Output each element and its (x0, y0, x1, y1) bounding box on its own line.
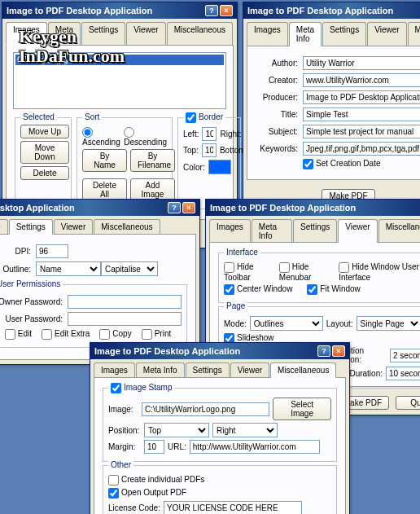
tab-viewer[interactable]: Viewer (230, 362, 269, 378)
titlebar: Image to PDF Desktop Application ? × (90, 343, 349, 359)
radio-ascending[interactable]: Ascending (82, 127, 120, 147)
image-listbox[interactable]: C:\Image1.jpg (13, 52, 226, 109)
by-filename-button[interactable]: By Filename (130, 149, 175, 172)
position1-select[interactable]: Top (144, 423, 209, 437)
user-password-input[interactable] (68, 312, 182, 326)
left-input[interactable] (202, 127, 217, 141)
close-icon[interactable]: × (332, 345, 345, 357)
license-input[interactable] (164, 501, 302, 514)
tab-misc[interactable]: Miscellaneous (408, 22, 420, 46)
tab-images[interactable]: Images (247, 22, 288, 46)
set-date-checkbox[interactable]: Set Creation Date (303, 159, 381, 169)
hide-menubar-checkbox[interactable]: Hide Menubar (279, 262, 330, 282)
close-icon[interactable]: × (220, 5, 233, 16)
label-image: Image: (108, 405, 138, 414)
window-title: Image to PDF Desktop Application (7, 6, 152, 15)
hide-winui-checkbox[interactable]: Hide Window User Interface (339, 262, 420, 282)
create-individual-checkbox[interactable]: Create individual PDFs (108, 475, 204, 485)
tab-misc[interactable]: Miscellaneous (270, 362, 336, 378)
transdur-input[interactable] (390, 349, 420, 362)
border-checkbox[interactable] (186, 112, 196, 123)
producer-input[interactable] (303, 90, 420, 104)
editextra-checkbox[interactable]: Edit Extra (42, 329, 90, 340)
mode-select[interactable]: Outlines (250, 316, 323, 331)
tab-misc[interactable]: Miscellaneous (378, 219, 420, 243)
label-userpw: User Password: (0, 314, 68, 323)
by-name-button[interactable]: By Name (82, 149, 127, 172)
tab-settings[interactable]: Settings (186, 362, 230, 378)
keywords-input[interactable] (303, 142, 420, 156)
tab-settings[interactable]: Settings (322, 22, 366, 46)
groupbox-page: Page (224, 301, 247, 310)
move-down-button[interactable]: Move Down (20, 141, 69, 164)
fit-window-checkbox[interactable]: Fit Window (307, 284, 360, 295)
imagestamp-checkbox[interactable] (111, 383, 121, 393)
subject-input[interactable] (303, 125, 420, 138)
label-margin: Margin: (108, 442, 141, 451)
quit-button[interactable]: Quit (396, 396, 420, 410)
tab-meta[interactable]: Meta Info (252, 219, 292, 243)
window-title: Image to PDF Desktop Application (94, 346, 240, 356)
center-window-checkbox[interactable]: Center Window (224, 284, 292, 295)
title-input[interactable] (303, 108, 420, 121)
label-ownerpw: Owner Password: (0, 297, 68, 306)
groupbox-selected: Selected (20, 112, 57, 121)
open-output-checkbox[interactable]: Open Output PDF (108, 488, 186, 499)
layout-select[interactable]: Single Page (357, 316, 420, 331)
select-image-button[interactable]: Select Image (273, 398, 331, 420)
capitalise-select[interactable]: Capitalise (101, 261, 158, 276)
tab-viewer[interactable]: Viewer (126, 22, 165, 46)
add-image-button[interactable]: Add Image (130, 178, 175, 201)
tab-misc[interactable]: Miscellaneous (94, 219, 160, 235)
window-title: Image to PDF Desktop Application (247, 6, 393, 15)
copy-checkbox[interactable]: Copy (99, 329, 131, 340)
tab-settings[interactable]: Settings (293, 219, 337, 243)
list-item[interactable]: C:\Image1.jpg (15, 55, 224, 65)
tab-settings[interactable]: Settings (81, 22, 125, 46)
tab-images[interactable]: Images (6, 22, 47, 46)
help-icon[interactable]: ? (205, 5, 218, 16)
edit-checkbox[interactable]: Edit (5, 329, 32, 340)
tab-viewer[interactable]: Viewer (338, 219, 377, 243)
delete-all-button[interactable]: Delete All (82, 178, 127, 201)
window-title: F Desktop Application (0, 203, 75, 213)
radio-descending[interactable]: Descending (124, 127, 167, 147)
owner-password-input[interactable] (68, 295, 182, 309)
tab-images[interactable]: Images (209, 219, 251, 243)
tab-info[interactable]: Info (0, 219, 8, 235)
top-input[interactable] (202, 143, 217, 157)
author-input[interactable] (303, 56, 420, 70)
tab-misc[interactable]: Miscellaneous (167, 22, 233, 46)
help-icon[interactable]: ? (317, 345, 330, 357)
dpi-input[interactable] (36, 244, 68, 258)
margin-input[interactable] (144, 440, 164, 454)
move-up-button[interactable]: Move Up (20, 125, 69, 138)
tab-viewer[interactable]: Viewer (54, 219, 93, 235)
outline-select[interactable]: Name (36, 261, 101, 276)
image-path-input[interactable] (142, 402, 269, 416)
tab-meta[interactable]: Meta Info (136, 362, 185, 378)
color-swatch[interactable] (208, 160, 231, 174)
help-icon[interactable]: ? (168, 202, 181, 213)
print-checkbox[interactable]: Print (142, 329, 172, 340)
tab-settings[interactable]: Settings (9, 219, 53, 235)
groupbox-border: Border (183, 112, 225, 123)
tab-images[interactable]: Images (94, 362, 135, 378)
delete-button[interactable]: Delete (20, 166, 69, 180)
tab-meta[interactable]: Meta Info (48, 22, 81, 46)
close-icon[interactable]: × (182, 202, 195, 213)
label-mode: Mode: (224, 319, 247, 328)
creator-input[interactable] (303, 73, 420, 87)
label-subject: Subject: (254, 127, 303, 136)
label-dpi: DPI: (0, 247, 36, 256)
tab-meta[interactable]: Meta Info (289, 22, 322, 46)
window-meta: Image to PDF Desktop Application Images … (243, 2, 420, 209)
label-url: URL: (168, 442, 186, 451)
url-input[interactable] (190, 440, 320, 454)
pagedur-input[interactable] (386, 367, 420, 380)
tab-viewer[interactable]: Viewer (367, 22, 406, 46)
position2-select[interactable]: Right (212, 423, 278, 437)
titlebar: Image to PDF Desktop Application ? × (2, 2, 237, 19)
hide-toolbar-checkbox[interactable]: Hide Toolbar (224, 262, 271, 282)
titlebar: Image to PDF Desktop Application (206, 200, 420, 216)
